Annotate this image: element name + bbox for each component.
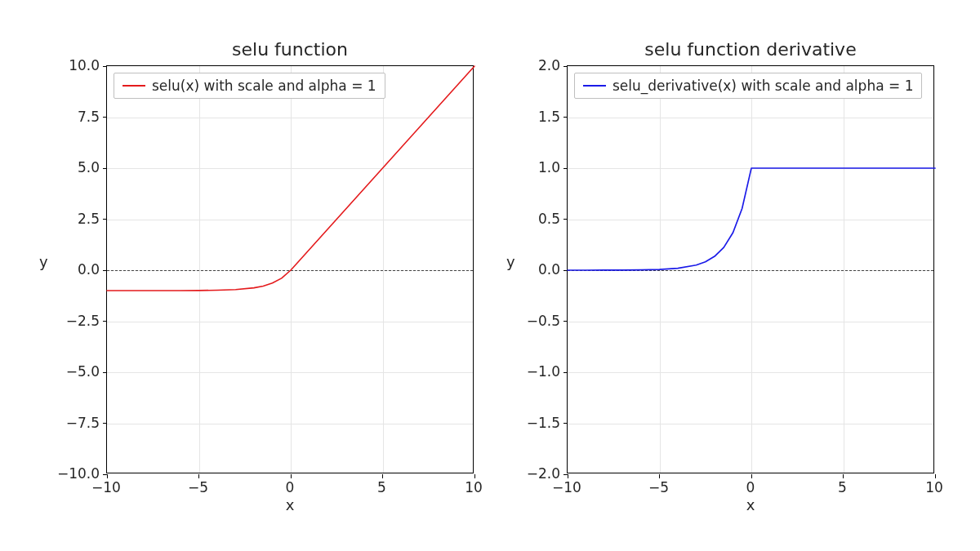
y-tick <box>564 423 568 424</box>
axes-right-inner: selu_derivative(x) with scale and alpha … <box>568 66 933 473</box>
axes-left-xlabel: x <box>106 496 474 513</box>
legend-swatch <box>122 85 145 87</box>
legend-entry: selu(x) with scale and alpha = 1 <box>122 78 376 94</box>
y-tick <box>564 474 568 475</box>
y-tick-label: 2.0 <box>538 57 560 73</box>
horizontal-reference-line <box>568 270 933 271</box>
y-tick-label: 5.0 <box>78 159 100 176</box>
y-tick-label: −10.0 <box>57 465 100 482</box>
axes-left-inner: selu(x) with scale and alpha = 1 <box>107 66 473 473</box>
x-tick-label: −10 <box>91 479 121 495</box>
y-tick-label: 1.5 <box>538 109 560 125</box>
x-tick-label: −5 <box>188 479 208 495</box>
y-tick <box>564 168 568 169</box>
y-tick <box>103 168 107 169</box>
legend-label: selu(x) with scale and alpha = 1 <box>152 78 376 94</box>
grid-line-horizontal <box>107 372 473 373</box>
axes-left-title: selu function <box>106 39 474 60</box>
figure: selu(x) with scale and alpha = 1 selu fu… <box>0 0 980 551</box>
x-tick-label: 10 <box>925 479 943 495</box>
grid-line-vertical <box>291 66 292 473</box>
legend-label: selu_derivative(x) with scale and alpha … <box>612 78 913 94</box>
y-tick <box>103 117 107 118</box>
grid-line-vertical <box>844 66 844 473</box>
x-tick <box>843 474 844 478</box>
y-tick-label: 0.5 <box>538 211 560 227</box>
axes-right-xlabel: x <box>567 496 934 513</box>
axes-left-ylabel: y <box>39 253 48 270</box>
grid-line-horizontal <box>568 220 933 220</box>
axes-right-ylabel: y <box>506 253 515 270</box>
legend-entry: selu_derivative(x) with scale and alpha … <box>583 78 913 94</box>
y-tick-label: 10.0 <box>69 57 100 73</box>
x-tick <box>291 474 292 478</box>
y-tick-label: −7.5 <box>66 415 100 431</box>
x-tick <box>568 474 568 478</box>
grid-line-horizontal <box>107 424 473 424</box>
x-tick-label: 0 <box>746 479 755 495</box>
legend: selu_derivative(x) with scale and alpha … <box>574 73 922 99</box>
x-tick-label: 5 <box>838 479 847 495</box>
y-tick <box>103 423 107 424</box>
y-tick <box>564 66 568 67</box>
x-tick-label: 10 <box>465 479 483 495</box>
grid-line-vertical <box>751 66 752 473</box>
y-tick <box>103 321 107 322</box>
x-tick <box>382 474 383 478</box>
y-tick <box>103 219 107 220</box>
legend-swatch <box>583 85 606 87</box>
y-tick <box>564 117 568 118</box>
axes-right-title: selu function derivative <box>567 39 934 60</box>
y-tick-label: −1.0 <box>527 363 560 380</box>
x-tick <box>474 474 475 478</box>
x-tick-label: −5 <box>648 479 669 495</box>
grid-line-vertical <box>660 66 661 473</box>
y-tick-label: −5.0 <box>66 363 100 380</box>
grid-line-horizontal <box>107 220 473 220</box>
legend: selu(x) with scale and alpha = 1 <box>114 73 385 99</box>
y-tick-label: 1.0 <box>538 159 560 176</box>
y-tick-label: 0.0 <box>538 261 560 278</box>
y-tick-label: −1.5 <box>527 415 560 431</box>
grid-line-horizontal <box>568 118 933 118</box>
y-tick-label: −2.5 <box>66 313 100 329</box>
x-tick <box>935 474 936 478</box>
y-tick <box>103 474 107 475</box>
axes-left: selu(x) with scale and alpha = 1 <box>106 65 474 473</box>
x-tick-label: −10 <box>552 479 581 495</box>
horizontal-reference-line <box>107 270 473 271</box>
y-tick-label: 7.5 <box>78 109 100 125</box>
grid-line-horizontal <box>568 168 933 169</box>
grid-line-vertical <box>383 66 384 473</box>
grid-line-horizontal <box>568 322 933 322</box>
grid-line-horizontal <box>107 118 473 118</box>
axes-right: selu_derivative(x) with scale and alpha … <box>567 65 934 473</box>
x-tick-label: 0 <box>286 479 295 495</box>
x-tick <box>751 474 752 478</box>
x-tick-label: 5 <box>377 479 386 495</box>
y-tick-label: −0.5 <box>527 313 560 329</box>
y-tick-label: 2.5 <box>78 211 100 227</box>
grid-line-horizontal <box>107 168 473 169</box>
grid-line-horizontal <box>107 322 473 322</box>
y-tick-label: −2.0 <box>527 465 560 482</box>
y-tick-label: 0.0 <box>78 261 100 278</box>
y-tick <box>103 372 107 373</box>
grid-line-vertical <box>199 66 200 473</box>
x-tick <box>659 474 660 478</box>
grid-line-horizontal <box>568 424 933 424</box>
grid-line-horizontal <box>568 372 933 373</box>
y-tick <box>564 372 568 373</box>
x-tick <box>107 474 108 478</box>
y-tick <box>564 219 568 220</box>
x-tick <box>198 474 199 478</box>
y-tick <box>564 321 568 322</box>
y-tick <box>103 66 107 67</box>
